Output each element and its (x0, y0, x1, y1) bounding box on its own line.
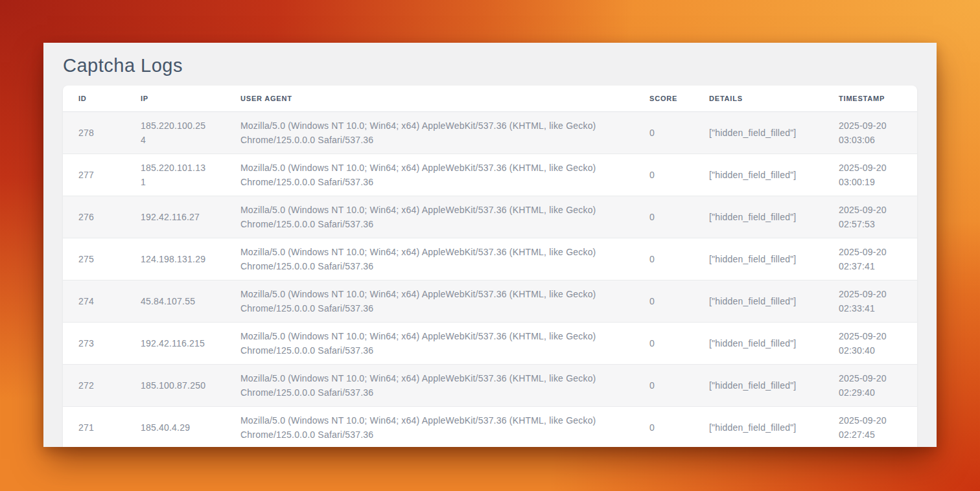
cell-details: ["hidden_field_filled"] (694, 322, 823, 364)
cell-user-agent: Mozilla/5.0 (Windows NT 10.0; Win64; x64… (225, 111, 634, 154)
cell-details: ["hidden_field_filled"] (694, 154, 823, 196)
column-header-details: DETAILS (694, 86, 823, 111)
cell-score: 0 (634, 154, 694, 196)
cell-score: 0 (634, 111, 694, 154)
cell-timestamp: 2025-09-20 02:33:41 (823, 280, 917, 322)
cell-timestamp: 2025-09-20 02:37:41 (823, 238, 917, 280)
cell-id: 275 (63, 238, 125, 280)
cell-details: ["hidden_field_filled"] (694, 111, 823, 154)
cell-ip: 185.220.100.254 (125, 111, 225, 154)
logs-table: ID IP USER AGENT SCORE DETAILS TIMESTAMP… (63, 86, 917, 447)
cell-timestamp: 2025-09-20 02:30:40 (823, 322, 917, 364)
cell-details: ["hidden_field_filled"] (694, 238, 823, 280)
cell-user-agent: Mozilla/5.0 (Windows NT 10.0; Win64; x64… (225, 280, 634, 322)
cell-details: ["hidden_field_filled"] (694, 196, 823, 238)
cell-details: ["hidden_field_filled"] (694, 280, 823, 322)
table-row: 271 185.40.4.29 Mozilla/5.0 (Windows NT … (63, 406, 917, 447)
cell-user-agent: Mozilla/5.0 (Windows NT 10.0; Win64; x64… (225, 196, 634, 238)
cell-ip: 185.100.87.250 (125, 364, 225, 406)
cell-ip: 185.40.4.29 (125, 406, 225, 447)
column-header-timestamp: TIMESTAMP (823, 86, 917, 111)
table-header: ID IP USER AGENT SCORE DETAILS TIMESTAMP (63, 86, 917, 111)
cell-timestamp: 2025-09-20 02:57:53 (823, 196, 917, 238)
cell-user-agent: Mozilla/5.0 (Windows NT 10.0; Win64; x64… (225, 322, 634, 364)
table-row: 274 45.84.107.55 Mozilla/5.0 (Windows NT… (63, 280, 917, 322)
cell-id: 271 (63, 406, 125, 447)
cell-ip: 185.220.101.131 (125, 154, 225, 196)
table-body: 278 185.220.100.254 Mozilla/5.0 (Windows… (63, 111, 917, 447)
table-row: 275 124.198.131.29 Mozilla/5.0 (Windows … (63, 238, 917, 280)
cell-user-agent: Mozilla/5.0 (Windows NT 10.0; Win64; x64… (225, 364, 634, 406)
cell-score: 0 (634, 364, 694, 406)
cell-timestamp: 2025-09-20 02:29:40 (823, 364, 917, 406)
cell-details: ["hidden_field_filled"] (694, 364, 823, 406)
table-header-row: ID IP USER AGENT SCORE DETAILS TIMESTAMP (63, 86, 917, 111)
table-row: 277 185.220.101.131 Mozilla/5.0 (Windows… (63, 154, 917, 196)
column-header-user-agent: USER AGENT (225, 86, 634, 111)
cell-id: 277 (63, 154, 125, 196)
cell-score: 0 (634, 238, 694, 280)
cell-ip: 45.84.107.55 (125, 280, 225, 322)
cell-timestamp: 2025-09-20 02:27:45 (823, 406, 917, 447)
logs-table-grid: ID IP USER AGENT SCORE DETAILS TIMESTAMP… (63, 86, 917, 447)
cell-score: 0 (634, 280, 694, 322)
cell-score: 0 (634, 406, 694, 447)
column-header-id: ID (63, 86, 125, 111)
cell-id: 272 (63, 364, 125, 406)
cell-timestamp: 2025-09-20 03:03:06 (823, 111, 917, 154)
column-header-score: SCORE (634, 86, 694, 111)
cell-ip: 192.42.116.27 (125, 196, 225, 238)
cell-id: 273 (63, 322, 125, 364)
cell-score: 0 (634, 322, 694, 364)
cell-score: 0 (634, 196, 694, 238)
table-row: 278 185.220.100.254 Mozilla/5.0 (Windows… (63, 111, 917, 154)
cell-timestamp: 2025-09-20 03:00:19 (823, 154, 917, 196)
captcha-logs-card: Captcha Logs ID IP USER AGENT SCORE DETA… (43, 43, 937, 447)
table-row: 276 192.42.116.27 Mozilla/5.0 (Windows N… (63, 196, 917, 238)
page-background: Captcha Logs ID IP USER AGENT SCORE DETA… (0, 43, 980, 447)
column-header-ip: IP (125, 86, 225, 111)
cell-id: 278 (63, 111, 125, 154)
table-row: 273 192.42.116.215 Mozilla/5.0 (Windows … (63, 322, 917, 364)
cell-id: 274 (63, 280, 125, 322)
cell-user-agent: Mozilla/5.0 (Windows NT 10.0; Win64; x64… (225, 406, 634, 447)
table-row: 272 185.100.87.250 Mozilla/5.0 (Windows … (63, 364, 917, 406)
page-title: Captcha Logs (63, 54, 917, 76)
cell-details: ["hidden_field_filled"] (694, 406, 823, 447)
cell-ip: 192.42.116.215 (125, 322, 225, 364)
cell-id: 276 (63, 196, 125, 238)
cell-user-agent: Mozilla/5.0 (Windows NT 10.0; Win64; x64… (225, 238, 634, 280)
cell-user-agent: Mozilla/5.0 (Windows NT 10.0; Win64; x64… (225, 154, 634, 196)
cell-ip: 124.198.131.29 (125, 238, 225, 280)
